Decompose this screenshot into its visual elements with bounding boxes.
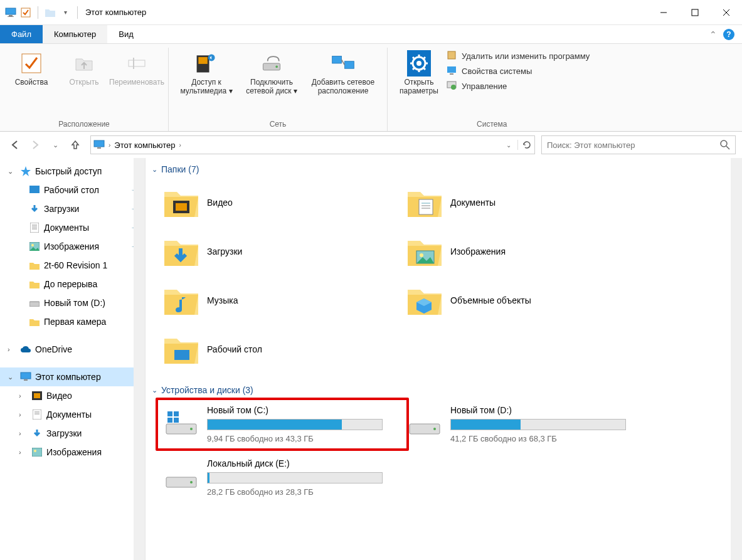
group-header-folders[interactable]: ⌄ Папки (7) [152,162,742,177]
svg-rect-1 [9,15,13,16]
pc-icon [5,7,16,18]
sidebar-onedrive[interactable]: › OneDrive [0,340,145,359]
sidebar-pictures[interactable]: Изображения 📌 [0,237,145,256]
close-button[interactable] [711,1,742,24]
uninstall-program-button[interactable]: Удалить или изменить программу [447,50,590,61]
svg-point-64 [190,428,193,430]
svg-rect-67 [167,418,172,423]
group-header-drives[interactable]: ⌄ Устройства и диски (3) [152,383,742,398]
add-location-icon [331,51,355,75]
sidebar-documents-pc[interactable]: › Документы [0,405,145,424]
tab-computer[interactable]: Компьютер [43,25,107,43]
folder-documents[interactable]: Документы [406,184,645,221]
sidebar-quick-access[interactable]: ⌄ Быстрый доступ [0,162,145,181]
chevron-right-icon[interactable]: › [19,411,28,418]
open-settings-button[interactable]: Открыть параметры [394,48,444,100]
chevron-right-icon[interactable]: › [19,392,28,399]
up-button[interactable] [66,136,84,154]
media-access-button[interactable]: Доступ к мультимедиа ▾ [175,48,238,100]
uninstall-label: Удалить или изменить программу [462,51,590,61]
content-pane[interactable]: ⌄ Папки (7) Видео Документы Загрузки Изо… [146,158,742,560]
ribbon-collapse-icon[interactable]: ⌃ [709,29,717,40]
system-properties-button[interactable]: Свойства системы [447,65,590,77]
sidebar-downloads[interactable]: Загрузки 📌 [0,199,145,218]
svg-point-35 [721,140,727,147]
minimize-button[interactable] [648,1,679,24]
address-chevron-icon-2[interactable]: › [179,142,181,149]
folder-music[interactable]: Музыка [163,282,401,319]
sidebar-drive-d[interactable]: Новый том (D:) [0,293,145,312]
rename-icon [125,51,149,75]
svg-rect-37 [29,186,40,193]
maximize-button[interactable] [679,1,711,24]
address-dropdown-icon[interactable]: ⌄ [506,142,511,149]
search-input[interactable] [547,140,720,150]
address-pc-icon [93,140,105,150]
tab-file[interactable]: Файл [0,25,43,43]
recent-locations-button[interactable]: ⌄ [46,136,64,154]
help-icon[interactable]: ? [723,29,734,40]
drive-capacity-bar [207,419,383,430]
sidebar-pictures-pc[interactable]: › Изображения [0,443,145,462]
picture-icon [29,241,40,252]
open-button[interactable]: Открыть [59,48,109,90]
sidebar-label: Документы [44,223,89,233]
chevron-right-icon[interactable]: › [19,448,28,456]
properties-button[interactable]: Свойства [6,48,56,90]
drive-c[interactable]: Новый том (C:) 9,94 ГБ свободно из 43,3 … [156,398,409,451]
folder-3d-objects[interactable]: Объемные объекты [406,282,645,319]
media-access-label: Доступ к мультимедиа ▾ [176,78,236,96]
svg-rect-46 [24,379,28,381]
sidebar-folder-revision[interactable]: 2t-60 Revision 1 [0,256,145,275]
properties-qat-icon[interactable] [20,7,31,18]
address-segment[interactable]: Этот компьютер [114,140,175,150]
ribbon-help-area: ⌃ ? [709,25,742,43]
pictures-folder-icon [406,233,443,270]
folder-icon [29,278,40,290]
sidebar-downloads-pc[interactable]: › Загрузки [0,424,145,443]
add-network-location-button[interactable]: Добавить сетевое расположение [305,48,381,100]
sidebar-scrollbar[interactable] [134,158,145,560]
sidebar-documents[interactable]: Документы 📌 [0,218,145,237]
address-bar[interactable]: › Этот компьютер › ⌄ [90,135,535,154]
folder-pictures[interactable]: Изображения [406,233,645,270]
drive-e[interactable]: Локальный диск (E:) 28,2 ГБ свободно из … [163,458,401,497]
folder-qat-icon[interactable] [45,7,56,18]
svg-rect-52 [32,448,42,457]
search-box[interactable] [541,135,736,154]
sidebar-folder-break[interactable]: До перерыва [0,275,145,293]
drive-d[interactable]: Новый том (D:) 41,2 ГБ свободно из 68,3 … [406,405,645,443]
refresh-button[interactable] [517,140,532,150]
sidebar-desktop[interactable]: Рабочий стол 📌 [0,181,145,199]
svg-rect-38 [30,223,39,233]
qat-dropdown-icon[interactable]: ▾ [60,7,71,18]
qat-divider-2 [77,6,78,19]
sidebar-this-pc[interactable]: ⌄ Этот компьютер [0,367,145,386]
manage-button[interactable]: Управление [447,80,590,92]
map-drive-button[interactable]: Подключить сетевой диск ▾ [240,48,303,100]
svg-rect-29 [447,66,456,73]
rename-button[interactable]: Переименовать [112,48,162,90]
forward-button[interactable] [26,136,44,154]
folder-label: Объемные объекты [450,295,531,305]
manage-icon [447,80,458,92]
chevron-right-icon[interactable]: › [19,430,28,437]
folder-desktop[interactable]: Рабочий стол [163,331,401,367]
properties-icon [19,51,43,75]
chevron-down-icon[interactable]: ⌄ [8,373,16,381]
sidebar-folder-camera[interactable]: Первая камера [0,312,145,331]
folder-videos[interactable]: Видео [163,184,401,221]
content-scrollbar[interactable] [731,158,742,560]
sidebar-videos[interactable]: › Видео [0,386,145,405]
search-icon[interactable] [720,140,730,150]
drive-icon [163,462,199,490]
chevron-down-icon[interactable]: ⌄ [8,167,16,176]
tab-view[interactable]: Вид [107,25,145,43]
folder-downloads[interactable]: Загрузки [163,233,401,270]
chevron-right-icon[interactable]: › [8,346,16,353]
navigation-pane[interactable]: ⌄ Быстрый доступ Рабочий стол 📌 Загрузки… [0,158,146,560]
drives-grid: Новый том (C:) 9,94 ГБ свободно из 43,3 … [152,398,742,504]
back-button[interactable] [6,136,24,154]
documents-folder-icon [406,184,443,221]
address-chevron-icon[interactable]: › [109,142,110,149]
